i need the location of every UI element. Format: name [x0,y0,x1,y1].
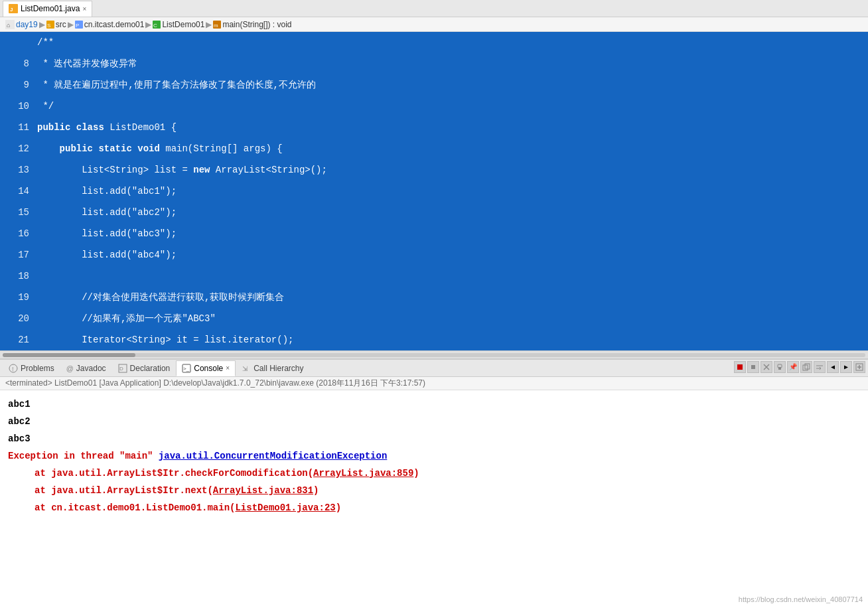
svg-text:⌂: ⌂ [7,22,10,29]
tab-console[interactable]: >_ Console × [176,360,236,376]
breadcrumb-item-2: cn.itcast.demo01 [84,20,145,29]
stack1-suffix: ) [413,468,419,479]
console-stack-2: at java.util.ArrayList$Itr.next(ArrayLis… [8,482,860,499]
breadcrumb-item-0: day19 [16,20,38,29]
stack3-prefix: at [8,502,51,513]
code-line-16: 16 list.add("abc3"); [0,223,868,244]
package-icon: P [75,21,83,29]
copy-button[interactable] [800,361,812,373]
breadcrumb-sep-3: ▶ [206,20,212,29]
stack2-suffix: ) [313,485,319,496]
terminate-icon [736,363,744,371]
code-line-11: 11 public class ListDemo01 { [0,117,868,138]
new-console-icon [855,363,863,371]
svg-text:⇲: ⇲ [242,365,248,372]
code-line-8: 8 * 迭代器并发修改异常 [0,53,868,74]
code-line-14: 14 list.add("abc1"); [0,181,868,202]
exception-prefix: Exception in thread "main" [8,451,159,461]
svg-text:S: S [47,23,50,29]
tab-declaration-label: Declaration [130,364,171,373]
javadoc-at-icon: @ [66,364,74,372]
editor-horizontal-scrollbar[interactable] [0,350,868,358]
svg-text:C: C [153,23,157,29]
src-icon: S [46,21,54,29]
console-exception-line: Exception in thread "main" java.util.Con… [8,447,860,465]
svg-text:D: D [119,366,123,372]
next-button[interactable]: ▶ [840,361,852,373]
breadcrumb-home-icon: ⌂ [5,20,15,29]
breadcrumb-sep-0: ▶ [39,20,45,29]
svg-text:P: P [76,23,79,29]
svg-rect-19 [737,364,743,370]
tab-call-hierarchy-label: Call Hierarchy [253,364,303,373]
watermark: https://blog.csdn.net/weixin_40807714 [739,595,863,603]
tab-javadoc[interactable]: @ Javadoc [60,360,112,376]
java-file-icon: J [9,4,18,13]
pin-button[interactable]: 📌 [787,361,799,373]
tab-declaration[interactable]: D Declaration [112,360,177,376]
code-line-17: 17 list.add("abc4"); [0,244,868,265]
svg-rect-24 [778,367,781,370]
scroll-lock-icon [776,363,784,371]
scroll-lock-button[interactable] [774,361,786,373]
console-output-area: abc1 abc2 abc3 Exception in thread "main… [0,390,868,606]
console-toolbar: 📌 ◀ ▶ [734,361,865,373]
console-stack-1: at java.util.ArrayList$Itr.checkForComod… [8,465,860,482]
code-line-18: 18 [0,265,868,287]
stack3-suffix: ) [336,502,341,513]
tab-bar: J ListDemo01.java × [0,0,868,17]
clear-button[interactable] [760,361,772,373]
exception-class[interactable]: java.util.ConcurrentModificationExceptio… [159,451,387,461]
stop-button[interactable] [747,361,759,373]
tab-close-button[interactable]: × [82,5,86,13]
svg-rect-20 [751,365,755,369]
declaration-icon: D [118,364,127,373]
bottom-tab-bar: ! Problems @ Javadoc D Declaration >_ Co… [0,360,868,377]
output-abc1: abc1 [8,399,31,410]
code-line-20: 20 //如果有,添加一个元素"ABC3" [0,308,868,329]
stack1-prefix: at [8,468,51,479]
word-wrap-button[interactable] [814,361,826,373]
stack1-link[interactable]: ArrayList.java:859 [313,468,413,479]
code-line-19: 19 //对集合使用迭代器进行获取,获取时候判断集合 [0,287,868,308]
new-console-button[interactable] [853,361,865,373]
console-tab-close[interactable]: × [226,364,230,372]
terminate-button[interactable] [734,361,746,373]
status-text: <terminated> ListDemo01 [Java Applicatio… [5,378,425,389]
code-line-21: 21 Iterator<String> it = list.iterator()… [0,329,868,350]
copy-icon [802,363,810,371]
console-line-1: abc1 [8,396,860,413]
console-line-3: abc3 [8,430,860,447]
console-icon: >_ [182,364,191,373]
bottom-panel: ! Problems @ Javadoc D Declaration >_ Co… [0,358,868,606]
tab-problems-label: Problems [21,364,54,373]
scrollbar-track [3,353,865,357]
stop-icon [749,363,757,371]
breadcrumb-sep-2: ▶ [145,20,151,29]
output-abc2: abc2 [8,416,31,427]
stack2-prefix: at [8,485,51,496]
problems-icon: ! [9,364,18,373]
code-line-10: 10 */ [0,96,868,117]
stack1-text: java.util.ArrayList$Itr.checkForComodifi… [51,468,313,479]
file-tab[interactable]: J ListDemo01.java × [3,1,92,17]
stack2-text: java.util.ArrayList$Itr.next( [51,485,213,496]
console-status-line: <terminated> ListDemo01 [Java Applicatio… [0,377,868,390]
tab-problems[interactable]: ! Problems [3,360,60,376]
code-editor[interactable]: /** 8 * 迭代器并发修改异常 9 * 就是在遍历过程中,使用了集合方法修改… [0,32,868,350]
breadcrumb-sep-1: ▶ [68,20,74,29]
method-icon: m [213,21,221,29]
class-icon: C [153,21,161,29]
tab-call-hierarchy[interactable]: ⇲ Call Hierarchy [236,360,309,376]
svg-text:!: ! [12,366,14,372]
output-abc3: abc3 [8,433,31,444]
breadcrumb: ⌂ day19 ▶ S src ▶ P cn.itcast.demo01 ▶ C… [0,17,868,32]
code-line-9: 9 * 就是在遍历过程中,使用了集合方法修改了集合的长度,不允许的 [0,74,868,96]
prev-button[interactable]: ◀ [827,361,839,373]
stack3-link[interactable]: ListDemo01.java:23 [235,502,335,513]
tab-javadoc-label: Javadoc [76,364,106,373]
scrollbar-thumb[interactable] [3,353,135,357]
svg-text:J: J [10,7,13,13]
stack3-text: cn.itcast.demo01.ListDemo01.main( [51,502,235,513]
stack2-link[interactable]: ArrayList.java:831 [213,485,313,496]
